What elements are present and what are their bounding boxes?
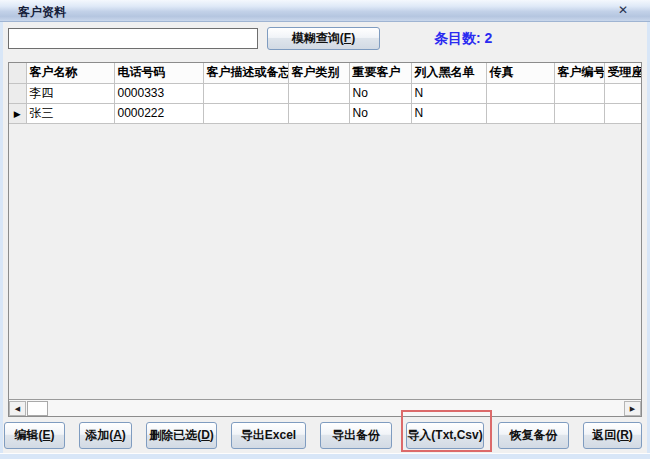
column-header[interactable]: 受理座席 (604, 63, 642, 83)
edit-button[interactable]: 编辑(E) (4, 422, 65, 449)
grid-cell[interactable] (554, 103, 604, 123)
grid-cell[interactable]: N (411, 103, 486, 123)
column-header[interactable]: 客户描述或备忘 (203, 63, 288, 83)
grid-cell[interactable] (288, 103, 349, 123)
grid-cell[interactable]: 0000333 (114, 83, 203, 103)
window-frame-left (0, 22, 3, 459)
scroll-left-icon[interactable]: ◀ (9, 401, 26, 416)
delete-selected-button[interactable]: 删除已选(D) (146, 422, 217, 449)
window-frame-bottom (0, 453, 650, 459)
return-button[interactable]: 返回(R) (583, 422, 642, 449)
entry-count-value: 2 (485, 30, 493, 46)
scroll-right-icon[interactable]: ▶ (624, 401, 641, 416)
column-header[interactable]: 客户编号 (554, 63, 604, 83)
row-selector[interactable] (9, 83, 26, 103)
grid-cell[interactable] (203, 103, 288, 123)
grid-cell[interactable]: 0000222 (114, 103, 203, 123)
grid-cell[interactable]: No (349, 83, 411, 103)
grid-cell[interactable]: No (349, 103, 411, 123)
customer-grid-table: 客户名称电话号码客户描述或备忘客户类别重要客户列入黑名单传真客户编号受理座席李四… (9, 63, 642, 124)
grid-cell[interactable] (604, 83, 642, 103)
scrollbar-thumb[interactable] (27, 401, 48, 416)
grid-cell[interactable]: N (411, 83, 486, 103)
footer-button-bar: 编辑(E)添加(A)删除已选(D)导出Excel导出备份导入(Txt,Csv)恢… (4, 422, 642, 449)
grid-cell[interactable] (203, 83, 288, 103)
row-selector[interactable]: ▶ (9, 103, 26, 123)
window-title: 客户资料 (18, 4, 66, 21)
grid-row[interactable]: ▶张三0000222NoN (9, 103, 642, 123)
grid-cell[interactable]: 张三 (26, 103, 114, 123)
grid-cell[interactable] (604, 103, 642, 123)
import-txt-csv-button[interactable]: 导入(Txt,Csv) (406, 422, 484, 449)
title-bar[interactable]: 客户资料 ✕ (0, 0, 650, 22)
add-button[interactable]: 添加(A) (79, 422, 132, 449)
customer-grid: 客户名称电话号码客户描述或备忘客户类别重要客户列入黑名单传真客户编号受理座席李四… (8, 62, 642, 417)
grid-cell[interactable] (554, 83, 604, 103)
export-backup-button[interactable]: 导出备份 (320, 422, 392, 449)
entry-count-label: 条目数: (434, 30, 481, 46)
customer-info-dialog: 客户资料 ✕ 模糊查询(F) 条目数: 2 客户名称电话号码客户描述或备忘客户类… (0, 0, 650, 459)
grid-cell[interactable] (288, 83, 349, 103)
current-row-arrow-icon: ▶ (14, 109, 21, 119)
search-input[interactable] (8, 28, 258, 49)
grid-row[interactable]: 李四0000333NoN (9, 83, 642, 103)
fuzzy-query-button[interactable]: 模糊查询(F) (267, 27, 380, 50)
column-header[interactable]: 重要客户 (349, 63, 411, 83)
horizontal-scrollbar[interactable]: ◀ ▶ (9, 399, 641, 416)
column-header[interactable]: 电话号码 (114, 63, 203, 83)
column-header[interactable]: 客户类别 (288, 63, 349, 83)
row-selector-header[interactable] (9, 63, 26, 83)
column-header[interactable]: 列入黑名单 (411, 63, 486, 83)
grid-cell[interactable] (486, 103, 554, 123)
export-excel-button[interactable]: 导出Excel (231, 422, 306, 449)
close-icon[interactable]: ✕ (618, 3, 628, 17)
grid-cell[interactable] (486, 83, 554, 103)
column-header[interactable]: 客户名称 (26, 63, 114, 83)
entry-count: 条目数: 2 (434, 30, 492, 48)
restore-backup-button[interactable]: 恢复备份 (498, 422, 569, 449)
column-header[interactable]: 传真 (486, 63, 554, 83)
grid-cell[interactable]: 李四 (26, 83, 114, 103)
